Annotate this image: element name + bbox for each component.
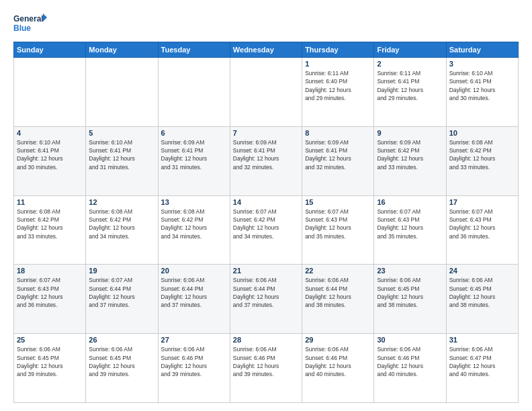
svg-text:General: General: [13, 14, 44, 24]
calendar-table: SundayMondayTuesdayWednesdayThursdayFrid…: [13, 42, 519, 403]
day-number: 2: [377, 60, 443, 68]
calendar-cell: 21Sunrise: 6:06 AM Sunset: 6:44 PM Dayli…: [230, 265, 302, 334]
header: General Blue: [13, 12, 519, 36]
day-number: 1: [305, 60, 371, 68]
day-info: Sunrise: 6:06 AM Sunset: 6:46 PM Dayligh…: [233, 345, 299, 378]
day-number: 28: [233, 336, 299, 344]
calendar-col-header: Tuesday: [158, 42, 230, 58]
day-number: 9: [377, 129, 443, 137]
calendar-cell: 24Sunrise: 6:06 AM Sunset: 6:45 PM Dayli…: [446, 265, 518, 334]
calendar-header-row: SundayMondayTuesdayWednesdayThursdayFrid…: [14, 42, 519, 58]
calendar-col-header: Monday: [86, 42, 158, 58]
calendar-cell: 18Sunrise: 6:07 AM Sunset: 6:43 PM Dayli…: [14, 265, 86, 334]
day-info: Sunrise: 6:09 AM Sunset: 6:41 PM Dayligh…: [305, 138, 371, 171]
day-info: Sunrise: 6:06 AM Sunset: 6:44 PM Dayligh…: [161, 276, 227, 309]
calendar-cell: 14Sunrise: 6:07 AM Sunset: 6:42 PM Dayli…: [230, 195, 302, 265]
day-number: 26: [89, 336, 154, 344]
calendar-cell: 31Sunrise: 6:06 AM Sunset: 6:47 PM Dayli…: [446, 334, 518, 403]
calendar-week-row: 4Sunrise: 6:10 AM Sunset: 6:41 PM Daylig…: [14, 126, 519, 195]
day-number: 17: [449, 198, 515, 206]
calendar-cell: 6Sunrise: 6:09 AM Sunset: 6:41 PM Daylig…: [158, 126, 230, 195]
day-info: Sunrise: 6:10 AM Sunset: 6:41 PM Dayligh…: [449, 69, 515, 102]
day-info: Sunrise: 6:07 AM Sunset: 6:43 PM Dayligh…: [377, 208, 443, 240]
day-info: Sunrise: 6:06 AM Sunset: 6:45 PM Dayligh…: [89, 345, 154, 378]
day-number: 12: [89, 198, 154, 206]
calendar-col-header: Sunday: [14, 42, 86, 58]
day-info: Sunrise: 6:06 AM Sunset: 6:47 PM Dayligh…: [449, 345, 515, 378]
day-number: 6: [161, 129, 227, 137]
day-number: 27: [161, 336, 227, 344]
day-number: 24: [449, 267, 515, 275]
calendar-cell: 29Sunrise: 6:06 AM Sunset: 6:46 PM Dayli…: [302, 334, 374, 403]
calendar-cell: 22Sunrise: 6:06 AM Sunset: 6:44 PM Dayli…: [302, 265, 374, 334]
calendar-cell: 26Sunrise: 6:06 AM Sunset: 6:45 PM Dayli…: [86, 334, 158, 403]
calendar-cell: 17Sunrise: 6:07 AM Sunset: 6:43 PM Dayli…: [446, 195, 518, 265]
calendar-cell: 5Sunrise: 6:10 AM Sunset: 6:41 PM Daylig…: [86, 126, 158, 195]
calendar-cell: 15Sunrise: 6:07 AM Sunset: 6:43 PM Dayli…: [302, 195, 374, 265]
calendar-cell: 2Sunrise: 6:11 AM Sunset: 6:41 PM Daylig…: [374, 58, 446, 127]
page: General Blue SundayMondayTuesdayWednesda…: [0, 0, 532, 411]
logo: General Blue: [13, 12, 47, 36]
calendar-cell: 12Sunrise: 6:08 AM Sunset: 6:42 PM Dayli…: [86, 195, 158, 265]
day-number: 23: [377, 267, 443, 275]
calendar-cell: 30Sunrise: 6:06 AM Sunset: 6:46 PM Dayli…: [374, 334, 446, 403]
day-info: Sunrise: 6:06 AM Sunset: 6:45 PM Dayligh…: [377, 276, 443, 309]
day-number: 21: [233, 267, 299, 275]
day-info: Sunrise: 6:06 AM Sunset: 6:46 PM Dayligh…: [305, 345, 371, 378]
calendar-cell: 4Sunrise: 6:10 AM Sunset: 6:41 PM Daylig…: [14, 126, 86, 195]
day-info: Sunrise: 6:06 AM Sunset: 6:44 PM Dayligh…: [305, 276, 371, 309]
day-info: Sunrise: 6:10 AM Sunset: 6:41 PM Dayligh…: [89, 138, 154, 171]
calendar-cell: 20Sunrise: 6:06 AM Sunset: 6:44 PM Dayli…: [158, 265, 230, 334]
day-info: Sunrise: 6:07 AM Sunset: 6:43 PM Dayligh…: [305, 208, 371, 240]
calendar-cell: 9Sunrise: 6:09 AM Sunset: 6:42 PM Daylig…: [374, 126, 446, 195]
day-number: 13: [161, 198, 227, 206]
calendar-week-row: 11Sunrise: 6:08 AM Sunset: 6:42 PM Dayli…: [14, 195, 519, 265]
calendar-cell: 25Sunrise: 6:06 AM Sunset: 6:45 PM Dayli…: [14, 334, 86, 403]
calendar-col-header: Friday: [374, 42, 446, 58]
day-number: 8: [305, 129, 371, 137]
calendar-col-header: Wednesday: [230, 42, 302, 58]
day-info: Sunrise: 6:07 AM Sunset: 6:42 PM Dayligh…: [233, 208, 299, 240]
calendar-cell: 3Sunrise: 6:10 AM Sunset: 6:41 PM Daylig…: [446, 58, 518, 127]
calendar-cell: 1Sunrise: 6:11 AM Sunset: 6:40 PM Daylig…: [302, 58, 374, 127]
day-info: Sunrise: 6:11 AM Sunset: 6:41 PM Dayligh…: [377, 69, 443, 102]
calendar-cell: 11Sunrise: 6:08 AM Sunset: 6:42 PM Dayli…: [14, 195, 86, 265]
day-number: 4: [17, 129, 83, 137]
calendar-cell: 28Sunrise: 6:06 AM Sunset: 6:46 PM Dayli…: [230, 334, 302, 403]
day-number: 11: [17, 198, 83, 206]
calendar-cell: 19Sunrise: 6:07 AM Sunset: 6:44 PM Dayli…: [86, 265, 158, 334]
day-number: 5: [89, 129, 154, 137]
calendar-cell: 8Sunrise: 6:09 AM Sunset: 6:41 PM Daylig…: [302, 126, 374, 195]
day-number: 10: [449, 129, 515, 137]
calendar-col-header: Saturday: [446, 42, 518, 58]
day-number: 7: [233, 129, 299, 137]
day-info: Sunrise: 6:06 AM Sunset: 6:45 PM Dayligh…: [17, 345, 83, 378]
day-number: 29: [305, 336, 371, 344]
calendar-cell: 7Sunrise: 6:09 AM Sunset: 6:41 PM Daylig…: [230, 126, 302, 195]
calendar-week-row: 25Sunrise: 6:06 AM Sunset: 6:45 PM Dayli…: [14, 334, 519, 403]
day-number: 30: [377, 336, 443, 344]
day-number: 31: [449, 336, 515, 344]
logo-icon: General Blue: [13, 12, 47, 36]
calendar-cell: 13Sunrise: 6:08 AM Sunset: 6:42 PM Dayli…: [158, 195, 230, 265]
svg-text:Blue: Blue: [13, 24, 31, 33]
day-info: Sunrise: 6:06 AM Sunset: 6:44 PM Dayligh…: [233, 276, 299, 309]
calendar-cell: [158, 58, 230, 127]
day-info: Sunrise: 6:08 AM Sunset: 6:42 PM Dayligh…: [89, 208, 154, 240]
day-info: Sunrise: 6:07 AM Sunset: 6:43 PM Dayligh…: [449, 208, 515, 240]
day-number: 18: [17, 267, 83, 275]
day-info: Sunrise: 6:07 AM Sunset: 6:44 PM Dayligh…: [89, 276, 154, 309]
day-info: Sunrise: 6:06 AM Sunset: 6:45 PM Dayligh…: [449, 276, 515, 309]
day-info: Sunrise: 6:08 AM Sunset: 6:42 PM Dayligh…: [17, 208, 83, 240]
calendar-week-row: 18Sunrise: 6:07 AM Sunset: 6:43 PM Dayli…: [14, 265, 519, 334]
day-info: Sunrise: 6:08 AM Sunset: 6:42 PM Dayligh…: [449, 138, 515, 171]
calendar-cell: [230, 58, 302, 127]
day-number: 14: [233, 198, 299, 206]
calendar-cell: 23Sunrise: 6:06 AM Sunset: 6:45 PM Dayli…: [374, 265, 446, 334]
day-number: 16: [377, 198, 443, 206]
calendar-cell: 16Sunrise: 6:07 AM Sunset: 6:43 PM Dayli…: [374, 195, 446, 265]
day-number: 19: [89, 267, 154, 275]
day-number: 25: [17, 336, 83, 344]
day-info: Sunrise: 6:11 AM Sunset: 6:40 PM Dayligh…: [305, 69, 371, 102]
day-info: Sunrise: 6:10 AM Sunset: 6:41 PM Dayligh…: [17, 138, 83, 171]
